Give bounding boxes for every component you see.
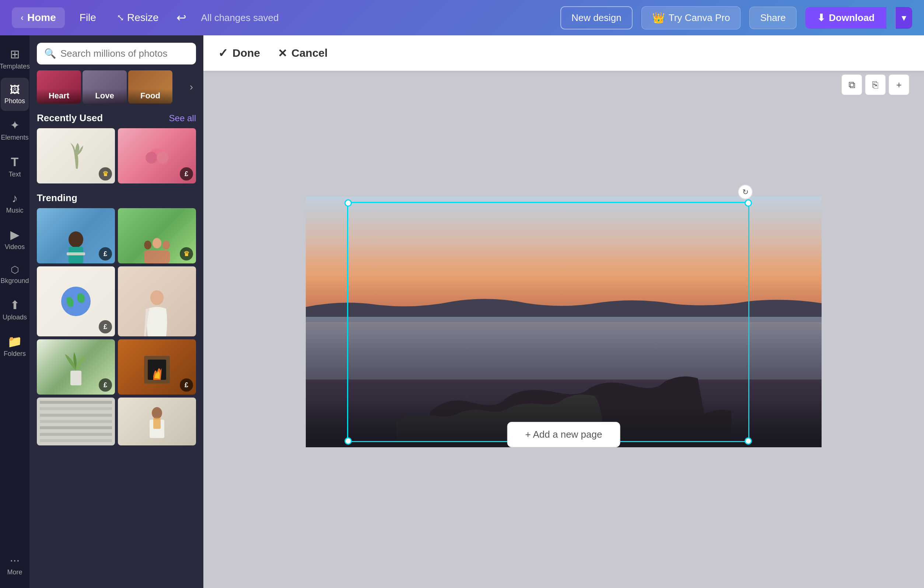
photos-scroll[interactable]: Recently Used See all ♛	[30, 106, 203, 588]
photo-thumb-fireplace[interactable]: £	[118, 339, 196, 395]
fireplace-badge: £	[180, 378, 193, 391]
palm-badge: ♛	[99, 167, 112, 180]
crown-icon: 👑	[652, 12, 665, 24]
svg-point-10	[61, 287, 91, 316]
undo-button[interactable]: ↩	[173, 8, 190, 28]
more-icon: ···	[10, 553, 20, 567]
category-heart[interactable]: Heart	[37, 70, 81, 104]
search-icon: 🔍	[44, 48, 56, 59]
text-icon: T	[11, 155, 19, 169]
home-button[interactable]: ‹ Home	[12, 7, 65, 28]
search-input[interactable]	[60, 48, 189, 59]
resize-label: Resize	[127, 12, 159, 23]
download-button[interactable]: ⬇ Download	[805, 7, 886, 29]
sidebar-item-more-label: More	[7, 568, 22, 576]
svg-point-7	[152, 238, 162, 248]
add-page-button[interactable]: + Add a new page	[507, 422, 620, 447]
add-page-label: + Add a new page	[525, 429, 602, 440]
folders-icon: 📁	[7, 335, 22, 349]
svg-point-8	[162, 241, 170, 249]
svg-point-3	[69, 231, 83, 248]
category-next-button[interactable]: ›	[187, 78, 196, 96]
done-label: Done	[233, 47, 260, 59]
sidebar-item-music[interactable]: ♪ Music	[1, 186, 29, 220]
svg-point-15	[152, 407, 162, 419]
svg-point-2	[157, 152, 168, 164]
category-food[interactable]: Food	[128, 70, 172, 104]
share-button[interactable]: Share	[749, 7, 796, 29]
done-button[interactable]: ✓ Done	[218, 46, 260, 60]
cancel-button[interactable]: ✕ Cancel	[278, 47, 328, 60]
category-heart-label: Heart	[37, 89, 81, 104]
svg-point-6	[144, 241, 152, 249]
sidebar-item-elements-label: Elements	[1, 134, 28, 142]
photo-thumb-woman[interactable]	[118, 266, 196, 336]
sidebar-item-text[interactable]: T Text	[1, 149, 29, 184]
home-label: Home	[27, 12, 56, 23]
sidebar-item-videos[interactable]: ▶ Videos	[1, 222, 29, 257]
trending-title: Trending	[37, 192, 78, 204]
canvas-viewport: ↻ + Add a new page	[203, 71, 924, 588]
svg-rect-12	[70, 371, 81, 385]
earth-badge: £	[99, 320, 112, 334]
man-cook-badge: £	[99, 247, 112, 261]
sidebar: ⊞ Templates 🖼 Photos ✦ Elements T Text ♪…	[0, 35, 30, 588]
photo-thumb-man-cook[interactable]: £	[37, 208, 115, 263]
elements-icon: ✦	[10, 118, 20, 132]
photo-thumb-blinds[interactable]	[37, 398, 115, 446]
sidebar-item-photos[interactable]: 🖼 Photos	[1, 78, 29, 111]
photo-thumb-baker[interactable]	[118, 398, 196, 446]
friends-badge: ♛	[180, 247, 193, 261]
cancel-label: Cancel	[291, 47, 328, 59]
sidebar-item-more[interactable]: ··· More	[1, 547, 29, 582]
svg-point-11	[150, 290, 163, 305]
canvas-photo[interactable]: ↻	[306, 197, 822, 447]
top-nav: ‹ Home File ⤡ Resize ↩ All changes saved…	[0, 0, 924, 35]
sidebar-item-background[interactable]: ⬡ Bkground	[1, 258, 29, 291]
photo-thumb-earth[interactable]: £	[37, 266, 115, 336]
photo-thumb-palm[interactable]: ♛	[37, 128, 115, 183]
x-icon: ✕	[278, 47, 287, 60]
trending-header: Trending	[37, 187, 196, 208]
main-area: ⊞ Templates 🖼 Photos ✦ Elements T Text ♪…	[0, 35, 924, 588]
roses-badge: £	[180, 167, 193, 180]
music-icon: ♪	[12, 192, 18, 205]
sunset-image	[306, 197, 822, 447]
canvas-area: ✓ Done ✕ Cancel ⧉ ⎘ +	[203, 35, 924, 588]
try-pro-label: Try Canva Pro	[669, 12, 730, 23]
chevron-down-icon: ▾	[901, 12, 906, 23]
recently-used-header: Recently Used See all	[37, 106, 196, 128]
photo-thumb-friends[interactable]: ♛	[118, 208, 196, 263]
share-label: Share	[760, 12, 785, 23]
download-label: Download	[829, 12, 874, 23]
category-strip: Heart Love Food ›	[30, 64, 203, 106]
category-love[interactable]: Love	[82, 70, 127, 104]
search-input-wrap[interactable]: 🔍	[37, 43, 196, 64]
file-label: File	[79, 12, 96, 23]
search-bar: 🔍	[30, 35, 203, 64]
uploads-icon: ⬆	[10, 298, 20, 312]
download-icon: ⬇	[817, 12, 825, 23]
svg-rect-9	[144, 251, 170, 263]
new-design-button[interactable]: New design	[560, 6, 633, 30]
sidebar-item-elements[interactable]: ✦ Elements	[1, 112, 29, 147]
sidebar-item-uploads[interactable]: ⬆ Uploads	[1, 292, 29, 327]
chevron-left-icon: ‹	[21, 13, 23, 23]
photo-thumb-roses[interactable]: £	[118, 128, 196, 183]
trending-grid-4	[37, 398, 196, 446]
try-pro-button[interactable]: 👑 Try Canva Pro	[642, 6, 741, 30]
sidebar-item-folders[interactable]: 📁 Folders	[1, 329, 29, 363]
sidebar-item-uploads-label: Uploads	[3, 314, 27, 321]
resize-button[interactable]: ⤡ Resize	[111, 9, 165, 26]
photo-thumb-plants[interactable]: £	[37, 339, 115, 395]
file-button[interactable]: File	[74, 9, 102, 26]
photos-panel: 🔍 Heart Love Food › Recently Used	[30, 35, 203, 588]
sidebar-item-photos-label: Photos	[5, 97, 25, 105]
download-dropdown-button[interactable]: ▾	[895, 7, 912, 29]
sidebar-item-templates[interactable]: ⊞ Templates	[1, 41, 29, 76]
sidebar-item-templates-label: Templates	[0, 63, 30, 70]
see-all-button[interactable]: See all	[169, 113, 196, 124]
svg-rect-17	[153, 418, 161, 429]
save-status: All changes saved	[201, 12, 279, 23]
done-cancel-bar: ✓ Done ✕ Cancel	[203, 35, 924, 71]
